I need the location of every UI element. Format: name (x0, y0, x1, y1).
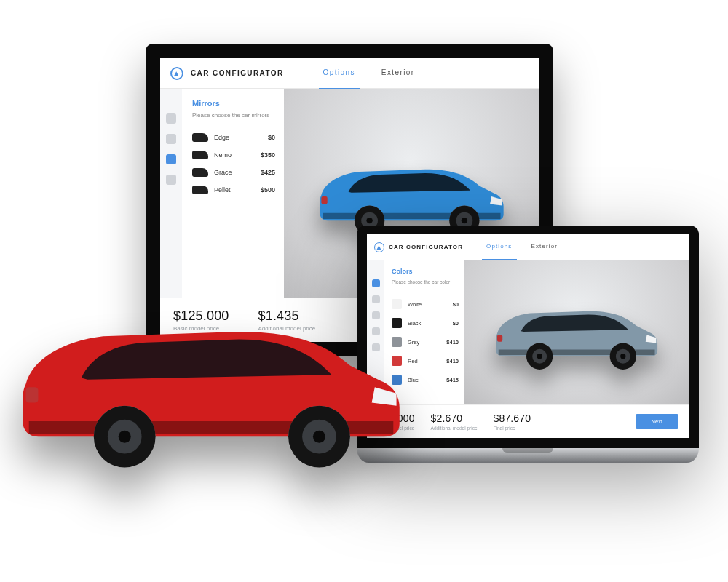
category-iconbar (160, 89, 182, 298)
mirror-thumb-icon (192, 186, 208, 194)
mirror-thumb-icon (192, 168, 208, 177)
panel-hint: Please choose the car color (392, 279, 459, 284)
price-bar: $85.000 Basic model price $2.670 Additio… (367, 404, 689, 438)
preview-car-icon (312, 151, 511, 236)
brand-logo-icon: ▲ (374, 242, 384, 252)
next-button[interactable]: Next (636, 414, 678, 429)
brand-logo-icon: ▲ (170, 67, 183, 80)
car-viewport[interactable] (464, 260, 689, 404)
panel-title: Colors (392, 268, 459, 275)
mirror-thumb-icon (192, 133, 208, 142)
mirror-option[interactable]: Pellet $500 (192, 181, 275, 199)
mirror-option[interactable]: Grace $425 (192, 164, 275, 181)
app-title: CAR CONFIGURATOR (191, 69, 284, 77)
additional-price: $2.670 Additional model price (431, 412, 478, 431)
tab-exterior[interactable]: Exterior (381, 64, 415, 82)
preview-car-icon (489, 295, 664, 370)
panel-hint: Please choose the car mirrors (192, 112, 275, 119)
category-icon-selected[interactable] (372, 279, 380, 287)
hero-car-icon (7, 295, 415, 468)
category-icon[interactable] (166, 175, 176, 185)
app-header: ▲ CAR CONFIGURATOR Options Exterior (160, 58, 539, 89)
app-title: CAR CONFIGURATOR (389, 244, 463, 250)
mirror-option[interactable]: Edge $0 (192, 129, 275, 146)
options-panel: Mirrors Please choose the car mirrors Ed… (182, 89, 284, 298)
panel-title: Mirrors (192, 99, 275, 108)
app-header: ▲ CAR CONFIGURATOR Options Exterior (367, 234, 689, 260)
mirror-option[interactable]: Nemo $350 (192, 146, 275, 164)
tab-options[interactable]: Options (486, 239, 512, 255)
tab-exterior[interactable]: Exterior (531, 239, 558, 255)
mirror-thumb-icon (192, 151, 208, 159)
category-icon[interactable] (166, 113, 176, 124)
category-icon[interactable] (166, 134, 176, 144)
final-price: $87.670 Final price (494, 412, 531, 431)
category-icon-selected[interactable] (166, 154, 176, 164)
tab-options[interactable]: Options (323, 64, 355, 82)
